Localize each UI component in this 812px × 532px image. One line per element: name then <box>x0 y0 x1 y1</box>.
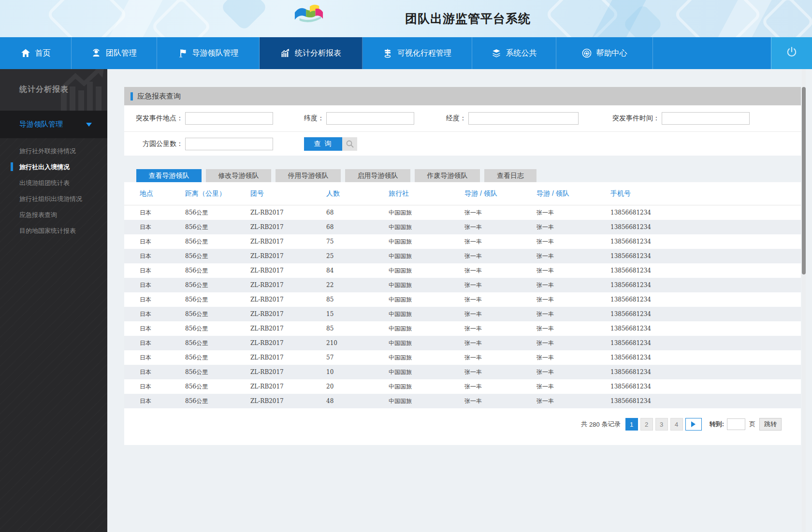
next-page-button[interactable] <box>685 418 702 431</box>
sidebar-item-agency-outreach-reception[interactable]: 旅行社外联接待情况 <box>0 143 107 159</box>
cell-distance: 856公里 <box>185 296 250 304</box>
cell-phone: 13856681234 <box>610 340 801 346</box>
sidebar-item-outbound-group-statistics[interactable]: 出境游组团统计表 <box>0 175 107 191</box>
longitude-input[interactable] <box>468 112 579 125</box>
cell-agency: 中国国旅 <box>389 368 464 376</box>
table-row: 日本 856公里 ZL-RB2017 68 中国国旅 张一丰 张一丰 13856… <box>124 220 801 234</box>
page-button[interactable]: 2 <box>640 418 653 431</box>
page-button[interactable]: 1 <box>625 418 638 431</box>
cell-agency: 中国国旅 <box>389 267 464 275</box>
table-row: 日本 856公里 ZL-RB2017 85 中国国旅 张一丰 张一丰 13856… <box>124 321 801 336</box>
cell-distance: 856公里 <box>185 281 250 289</box>
cell-distance: 856公里 <box>185 310 250 318</box>
search-icon-button[interactable] <box>342 137 357 151</box>
cell-guide-1: 张一丰 <box>464 267 536 275</box>
nav-item-help-center[interactable]: 帮助中心 <box>556 37 653 69</box>
cell-phone: 13856681234 <box>610 296 801 303</box>
cell-phone: 13856681234 <box>610 209 801 216</box>
column-header-location: 地点 <box>140 189 185 198</box>
incident-time-input[interactable] <box>662 112 750 125</box>
nav-item-guide-leader-management[interactable]: 导游领队管理 <box>157 37 260 69</box>
cell-location: 日本 <box>140 325 185 333</box>
cell-agency: 中国国旅 <box>389 238 464 246</box>
cell-headcount: 210 <box>326 340 389 346</box>
nav-item-statistics-reports[interactable]: 统计分析报表 <box>260 37 362 69</box>
page-unit-label: 页 <box>749 420 755 429</box>
cell-location: 日本 <box>140 238 185 246</box>
table-row: 日本 856公里 ZL-RB2017 210 中国国旅 张一丰 张一丰 1385… <box>124 336 801 350</box>
latitude-input[interactable] <box>326 112 414 125</box>
table-row: 日本 856公里 ZL-RB2017 48 中国国旅 张一丰 张一丰 13856… <box>124 394 801 408</box>
page-button[interactable]: 4 <box>670 418 683 431</box>
logout-button[interactable] <box>771 37 812 69</box>
tab-enable-guides[interactable]: 启用导游领队 <box>345 169 410 182</box>
cell-location: 日本 <box>140 368 185 376</box>
column-header-group-no: 团号 <box>250 189 326 198</box>
cell-distance: 856公里 <box>185 368 250 376</box>
app-banner: 团队出游监管平台系统 <box>0 0 812 37</box>
record-total-prefix: 共 <box>581 420 587 429</box>
cell-group-no: ZL-RB2017 <box>250 267 326 274</box>
cell-group-no: ZL-RB2017 <box>250 238 326 245</box>
nav-item-visual-itinerary-management[interactable]: 可视化行程管理 <box>362 37 472 69</box>
tab-view-guides[interactable]: 查看导游领队 <box>136 169 202 182</box>
cell-agency: 中国国旅 <box>389 209 464 217</box>
latitude-label: 纬度： <box>304 114 324 123</box>
table-row: 日本 856公里 ZL-RB2017 68 中国国旅 张一丰 张一丰 13856… <box>124 205 801 220</box>
cell-guide-1: 张一丰 <box>464 310 536 318</box>
page-button[interactable]: 3 <box>655 418 668 431</box>
sidebar-item-destination-country-statistics[interactable]: 目的地国家统计报表 <box>0 223 107 239</box>
home-icon <box>21 48 30 58</box>
nav-item-label: 统计分析报表 <box>295 48 341 58</box>
tab-modify-guides[interactable]: 修改导游领队 <box>206 169 271 182</box>
tab-view-logs[interactable]: 查看日志 <box>484 169 536 182</box>
cell-headcount: 85 <box>326 325 389 332</box>
cell-group-no: ZL-RB2017 <box>250 209 326 216</box>
sidebar-header: 统计分析报表 <box>0 69 107 111</box>
nav-item-team-management[interactable]: 团队管理 <box>72 37 157 69</box>
signpost-icon <box>383 48 392 58</box>
tab-disable-guides[interactable]: 停用导游领队 <box>276 169 341 182</box>
cell-guide-1: 张一丰 <box>464 296 536 304</box>
cell-phone: 13856681234 <box>610 267 801 274</box>
sidebar-group-guide-leader-management[interactable]: 导游领队管理 <box>0 111 107 138</box>
cell-distance: 856公里 <box>185 223 250 231</box>
sidebar-item-emergency-report-query[interactable]: 应急报表查询 <box>0 207 107 223</box>
nav-item-label: 团队管理 <box>106 48 137 58</box>
cell-phone: 13856681234 <box>610 253 801 259</box>
longitude-field: 经度： <box>446 112 579 125</box>
cell-headcount: 15 <box>326 311 389 317</box>
nav-spacer <box>653 37 771 69</box>
jump-button[interactable]: 跳转 <box>759 418 782 431</box>
cell-guide-1: 张一丰 <box>464 281 536 289</box>
query-button[interactable]: 查 询 <box>304 137 342 151</box>
table-row: 日本 856公里 ZL-RB2017 57 中国国旅 张一丰 张一丰 13856… <box>124 350 801 365</box>
nav-item-label: 可视化行程管理 <box>397 48 451 58</box>
radius-km-input[interactable] <box>185 138 273 150</box>
cell-headcount: 10 <box>326 369 389 375</box>
goto-page-input[interactable] <box>727 418 745 430</box>
cell-guide-1: 张一丰 <box>464 223 536 231</box>
table-row: 日本 856公里 ZL-RB2017 15 中国国旅 张一丰 张一丰 13856… <box>124 307 801 321</box>
cell-distance: 856公里 <box>185 238 250 246</box>
column-header-phone: 手机号 <box>610 189 801 198</box>
incident-location-input[interactable] <box>185 112 273 125</box>
nav-item-home[interactable]: 首页 <box>0 37 72 69</box>
tab-void-guides[interactable]: 作废导游领队 <box>415 169 480 182</box>
scrollbar-thumb[interactable] <box>802 87 806 274</box>
table-row: 日本 856公里 ZL-RB2017 20 中国国旅 张一丰 张一丰 13856… <box>124 379 801 394</box>
table-row: 日本 856公里 ZL-RB2017 85 中国国旅 张一丰 张一丰 13856… <box>124 292 801 307</box>
column-header-guide-2: 导游 / 领队 <box>536 189 610 198</box>
nav-item-system-public[interactable]: 系统公共 <box>472 37 556 69</box>
cell-group-no: ZL-RB2017 <box>250 224 326 230</box>
cell-group-no: ZL-RB2017 <box>250 383 326 390</box>
column-header-headcount: 人数 <box>326 189 389 198</box>
cell-headcount: 22 <box>326 282 389 288</box>
sidebar-item-agency-organized-outbound[interactable]: 旅行社组织出境游情况 <box>0 191 107 207</box>
sidebar-item-agency-entry-exit[interactable]: 旅行社出入境情况 <box>0 159 107 175</box>
longitude-label: 经度： <box>446 114 466 123</box>
nav-item-label: 系统公共 <box>506 48 537 58</box>
cell-guide-1: 张一丰 <box>464 339 536 347</box>
cell-agency: 中国国旅 <box>389 252 464 260</box>
cell-headcount: 84 <box>326 267 389 274</box>
